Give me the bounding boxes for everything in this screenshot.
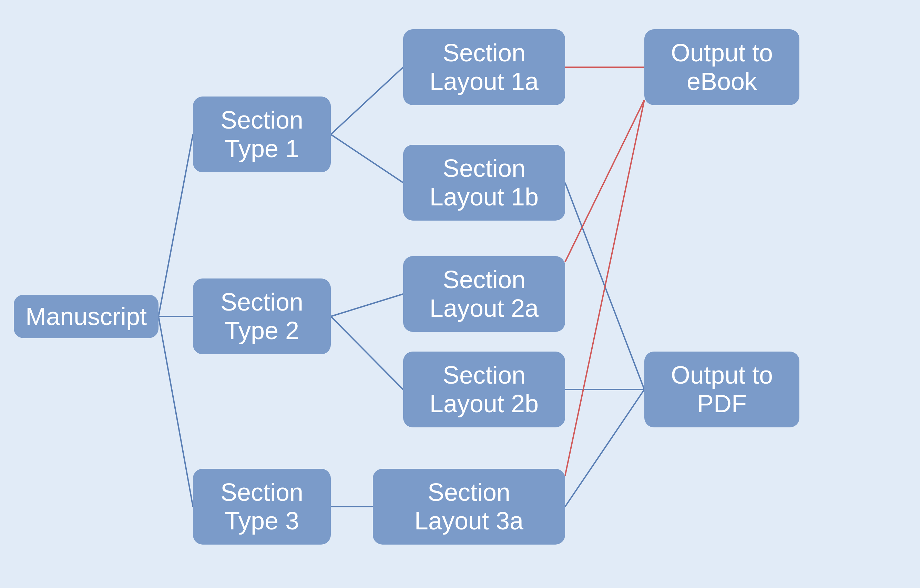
edge-manuscript-type1: [159, 134, 193, 316]
edge-type2-layout2b: [331, 316, 403, 389]
node-section-layout-3a: Section Layout 3a: [373, 469, 565, 544]
edge-layout2a-ebook: [565, 100, 645, 262]
node-section-layout-1a: Section Layout 1a: [403, 29, 565, 105]
node-manuscript: Manuscript: [14, 295, 159, 338]
node-section-type-3: Section Type 3: [193, 469, 331, 544]
node-output-pdf: Output to PDF: [645, 352, 799, 428]
edge-type1-layout1a: [331, 67, 403, 134]
edge-type1-layout1b: [331, 134, 403, 183]
edge-manuscript-type3: [159, 316, 193, 507]
node-section-layout-2a: Section Layout 2a: [403, 256, 565, 332]
edge-type2-layout2a: [331, 294, 403, 316]
edge-layout3a-pdf: [565, 389, 645, 507]
node-section-layout-2b: Section Layout 2b: [403, 352, 565, 428]
node-output-ebook: Output to eBook: [645, 29, 799, 105]
node-section-layout-1b: Section Layout 1b: [403, 145, 565, 220]
edge-layout1b-pdf: [565, 183, 645, 389]
edge-layout3a-ebook: [565, 100, 645, 476]
node-section-type-1: Section Type 1: [193, 97, 331, 172]
diagram-canvas: Manuscript Section Type 1 Section Type 2…: [0, 0, 920, 588]
node-section-type-2: Section Type 2: [193, 279, 331, 354]
